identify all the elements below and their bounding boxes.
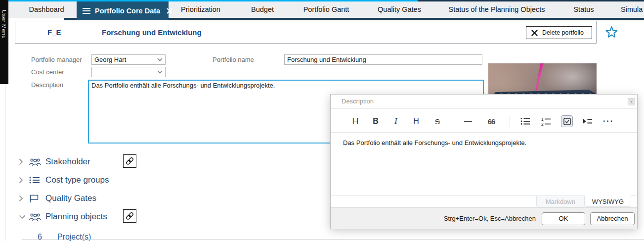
italic-glyph: I — [394, 117, 397, 126]
toolbar-divider — [510, 116, 510, 127]
tab-status[interactable]: Status — [573, 1, 594, 18]
dialog-title-separator — [331, 108, 637, 109]
chevron-down-icon[interactable] — [19, 215, 29, 219]
bottom-divider — [22, 240, 644, 240]
dialog-title: Description — [342, 97, 374, 105]
tab-quality-gates[interactable]: Quality Gates — [378, 1, 421, 18]
heading-alt-glyph: H — [413, 117, 419, 126]
heading-glyph: H — [352, 116, 359, 127]
checkbox-icon — [561, 115, 573, 127]
link-icon — [126, 157, 134, 165]
tab-status-planning-objects[interactable]: Status of the Planning Objects — [448, 1, 545, 18]
left-edge-line — [5, 84, 5, 241]
tree-row-planning-objects[interactable]: Planning objects — [19, 210, 107, 223]
horizontal-rule-button[interactable] — [464, 121, 472, 122]
flag-icon — [29, 193, 45, 203]
user-menu-label: User Menu — [1, 10, 7, 39]
italic-button[interactable]: I — [394, 117, 397, 126]
blockquote-button[interactable]: 66 — [488, 117, 495, 126]
portfolio-header: F_E Forschung und Entwicklung Delete por… — [15, 21, 597, 44]
chevron-down-icon — [157, 70, 163, 74]
cost-center-label: Cost center — [31, 68, 64, 76]
page-title: Forschung und Entwicklung — [102, 28, 202, 37]
svg-text:1: 1 — [541, 117, 544, 122]
ellipsis-icon: ··· — [603, 117, 614, 126]
cost-center-select[interactable] — [91, 67, 166, 77]
numbered-list-icon: 1 2 — [541, 117, 551, 126]
people-icon — [29, 212, 45, 222]
task-list-button[interactable] — [561, 115, 573, 127]
tab-label: Portfolio Core Data — [95, 7, 160, 15]
indent-icon — [583, 118, 593, 125]
toolbar-separator — [331, 132, 637, 133]
portfolio-app: Dashboard Portfolio Core Data Prioritiza… — [0, 0, 644, 241]
delete-portfolio-button[interactable]: Delete portfolio — [526, 26, 592, 39]
portfolio-name-label: Portfolio name — [213, 56, 254, 63]
tree-row-stakeholder[interactable]: Stakeholder — [19, 155, 90, 168]
close-tab-icon[interactable] — [167, 8, 172, 14]
portfolio-manager-label: Portfolio manager — [31, 56, 82, 63]
editor-body-text[interactable]: Das Portfolio enthält alle Forschungs- u… — [343, 139, 526, 146]
heading-alt-button[interactable]: H — [413, 117, 419, 126]
tree-row-quality-gates[interactable]: Quality Gates — [19, 192, 96, 205]
chevron-down-icon — [157, 58, 163, 61]
portfolio-name-input[interactable] — [284, 54, 482, 65]
tab-budget[interactable]: Budget — [251, 1, 274, 18]
svg-text:2: 2 — [541, 122, 544, 126]
ok-button[interactable]: OK — [542, 212, 585, 225]
chevron-right-icon[interactable] — [19, 195, 29, 202]
tree-row-cost-type-groups[interactable]: Cost type groups — [19, 174, 109, 187]
toolbar-divider — [451, 116, 451, 127]
dialog-footer: Strg+Enter=Ok, Esc=Abbrechen OK Abbreche… — [331, 207, 637, 229]
menu-icon[interactable] — [83, 8, 90, 14]
strikethrough-glyph: S — [435, 117, 440, 126]
more-options-button[interactable]: ··· — [603, 117, 614, 126]
indent-button[interactable] — [583, 118, 593, 125]
bold-button[interactable]: B — [373, 117, 379, 126]
tab-dashboard[interactable]: Dashboard — [29, 1, 64, 18]
tab-simulation[interactable]: Simula — [621, 1, 643, 18]
planning-objects-link-button[interactable] — [123, 209, 136, 223]
favorite-star-icon[interactable] — [605, 25, 618, 41]
stakeholder-link-button[interactable] — [123, 154, 136, 168]
cancel-button[interactable]: Abbrechen — [590, 212, 635, 225]
tab-portfolio-gantt[interactable]: Portfolio Gantt — [303, 1, 349, 18]
description-dialog: Description x H B I H S 66 1 2 — [330, 94, 638, 229]
tree-label-stakeholder: Stakeholder — [45, 157, 90, 167]
description-label: Description — [31, 81, 63, 89]
bullet-list-icon — [520, 117, 530, 126]
delete-x-icon — [531, 29, 538, 37]
dialog-close-icon[interactable]: x — [628, 98, 635, 105]
bold-glyph: B — [373, 117, 379, 126]
tree-label-planning-objects: Planning objects — [45, 212, 107, 222]
hr-icon — [464, 121, 472, 122]
heading-button[interactable]: H — [352, 116, 359, 127]
tree-label-quality-gates: Quality Gates — [45, 193, 96, 203]
numbered-list-button[interactable]: 1 2 — [541, 117, 551, 126]
portfolio-manager-select[interactable]: Georg Hart — [91, 54, 166, 65]
bullet-list-button[interactable] — [520, 117, 530, 126]
tab-wysiwyg[interactable]: WYSIWYG — [585, 195, 631, 207]
portfolio-id: F_E — [47, 28, 61, 37]
pipette-graphic — [532, 63, 547, 92]
delete-portfolio-label: Delete portfolio — [542, 29, 584, 36]
list-icon — [29, 176, 45, 185]
quote-glyph: 66 — [488, 117, 495, 126]
portfolio-manager-value: Georg Hart — [94, 56, 126, 63]
user-menu-strip[interactable]: User Menu — [0, 0, 8, 84]
tab-markdown[interactable]: Markdown — [536, 195, 585, 207]
shortcut-hint: Strg+Enter=Ok, Esc=Abbrechen — [444, 208, 536, 230]
people-icon — [29, 157, 45, 167]
editor-mode-tabs: Markdown WYSIWYG — [536, 195, 631, 207]
chevron-right-icon[interactable] — [19, 158, 29, 165]
link-icon — [126, 212, 134, 220]
tab-portfolio-core-data[interactable]: Portfolio Core Data — [77, 1, 169, 20]
tree-label-cost-type-groups: Cost type groups — [45, 175, 109, 185]
chevron-right-icon[interactable] — [19, 177, 29, 184]
tab-prioritization[interactable]: Prioritization — [181, 1, 220, 18]
strikethrough-button[interactable]: S — [435, 117, 440, 126]
